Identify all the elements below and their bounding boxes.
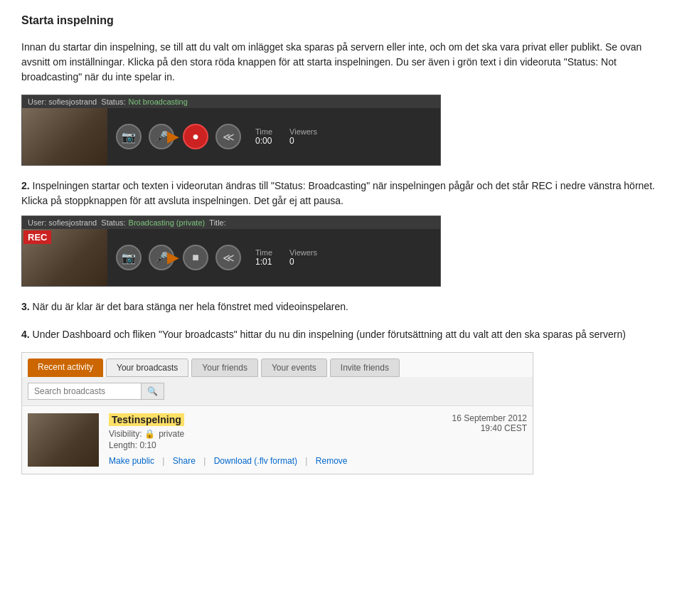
player-controls-1: 📷 🎤 ▶ ● ≪ Time 0:00 Viewers 0 [107,118,440,155]
player-video-2: REC [22,229,107,286]
time-col-1: Time 0:00 [255,127,272,146]
length-label: Length: [109,440,137,450]
time-label-2: Time [255,248,272,257]
player-top-bar-2: User: sofiesjostrand Status: Broadcastin… [22,216,440,229]
search-icon: 🔍 [147,386,158,396]
player2-title-label: Title: [209,218,225,227]
section-point4: 4. Under Dashboard och fliken "Your broa… [21,327,661,474]
player-mock-2: User: sofiesjostrand Status: Broadcastin… [21,216,441,287]
point3-content: När du är klar är det bara stänga ner he… [33,301,348,312]
action-share[interactable]: Share [173,456,206,466]
player1-status-value: Not broadcasting [129,97,188,106]
point3-number: 3. [21,301,30,312]
arrow-1: ▶ [167,127,179,146]
viewers-value-1: 0 [289,136,317,146]
action-remove[interactable]: Remove [316,456,348,466]
viewers-col-1: Viewers 0 [289,127,317,146]
player1-user-value: sofiesjostrand [48,97,97,106]
tab-recent-activity[interactable]: Recent activity [28,359,103,377]
player-controls-2: 📷 🎤 ▶ ■ ≪ Time 1:01 Viewers 0 [107,239,440,276]
point4-text: 4. Under Dashboard och fliken "Your broa… [21,327,661,342]
broadcast-visibility: Visibility: 🔒 private [109,429,417,439]
broadcast-date-time: 19:40 CEST [427,423,527,433]
length-value: 0:10 [139,440,156,450]
viewers-label-2: Viewers [289,248,317,257]
section-point1: Innan du startar din inspelning, se till… [21,40,661,166]
broadcast-length: Length: 0:10 [109,440,417,450]
viewers-value-2: 0 [289,257,317,267]
camera-btn-2[interactable]: 📷 [116,245,142,270]
player2-user-label: User: [28,218,46,227]
player-info-row-time-1: Time 0:00 Viewers 0 [255,127,317,146]
broadcast-details: Testinspelning Visibility: 🔒 private Len… [109,413,417,466]
share-btn-1[interactable]: ≪ [215,124,241,149]
tab-invite-friends[interactable]: Invite friends [330,359,400,377]
point2-number: 2. [21,180,30,191]
dashboard-mock: Recent activity Your broadcasts Your fri… [21,352,533,474]
player-info-row-time-2: Time 1:01 Viewers 0 [255,248,317,267]
point3-text: 3. När du är klar är det bara stänga ner… [21,299,661,314]
player-mock-1: User: sofiesjostrand Status: Not broadca… [21,95,441,166]
stop-btn-2[interactable]: ■ [183,245,208,270]
player2-status-value: Broadcasting (private) [129,218,206,227]
broadcast-date: 16 September 2012 19:40 CEST [427,413,527,433]
record-btn-1[interactable]: ● [183,124,208,149]
point4-content: Under Dashboard och fliken "Your broadca… [33,329,626,340]
lock-icon: 🔒 [144,429,155,439]
page-title: Starta inspelning [21,14,661,27]
dashboard-tabs: Recent activity Your broadcasts Your fri… [22,353,533,377]
time-value-1: 0:00 [255,136,272,146]
section-point3: 3. När du är klar är det bara stänga ner… [21,299,661,314]
title-section: Starta inspelning [21,14,661,27]
player-main-1: 📷 🎤 ▶ ● ≪ Time 0:00 Viewers 0 [22,108,440,165]
viewers-label-1: Viewers [289,127,317,136]
tab-your-events[interactable]: Your events [261,359,327,377]
broadcast-actions: Make public Share Download (.flv format)… [109,456,417,466]
camera-btn-1[interactable]: 📷 [116,124,142,149]
player1-status-label: Status: [101,97,125,106]
player-top-bar-1: User: sofiesjostrand Status: Not broadca… [22,95,440,108]
tab-your-broadcasts[interactable]: Your broadcasts [106,359,188,377]
time-label-1: Time [255,127,272,136]
share-btn-2[interactable]: ≪ [215,245,241,270]
broadcast-thumbnail [28,413,99,467]
arrow-2: ▶ [167,248,179,267]
action-make-public[interactable]: Make public [109,456,164,466]
broadcast-date-day: 16 September 2012 [427,413,527,423]
player-video-1 [22,108,107,165]
player-info-2: Time 1:01 Viewers 0 [255,248,317,267]
viewers-col-2: Viewers 0 [289,248,317,267]
search-button[interactable]: 🔍 [142,383,164,400]
rec-badge: REC [23,230,51,244]
player1-user-label: User: [28,97,46,106]
player-main-2: REC 📷 🎤 ▶ ■ ≪ Time 1:01 Viewers [22,229,440,286]
search-input[interactable] [28,383,142,400]
point2-text: Inspelningen startar och texten i videor… [21,180,655,206]
time-value-2: 1:01 [255,257,272,267]
visibility-label: Visibility: [109,429,142,439]
tab-your-friends[interactable]: Your friends [191,359,258,377]
player2-user-value: sofiesjostrand [48,218,97,227]
broadcast-row: Testinspelning Visibility: 🔒 private Len… [22,406,533,474]
point4-number: 4. [21,329,30,340]
time-col-2: Time 1:01 [255,248,272,267]
point1-text: Innan du startar din inspelning, se till… [21,40,661,85]
broadcast-title: Testinspelning [109,413,184,426]
search-bar: 🔍 [22,377,533,406]
player-video-face-1 [22,108,107,165]
section-point2: 2. Inspelningen startar och texten i vid… [21,179,661,287]
action-download[interactable]: Download (.flv format) [214,456,308,466]
player-info-1: Time 0:00 Viewers 0 [255,127,317,146]
point2-prefix: 2. Inspelningen startar och texten i vid… [21,179,661,208]
player2-status-label: Status: [101,218,125,227]
visibility-value: private [159,429,184,439]
